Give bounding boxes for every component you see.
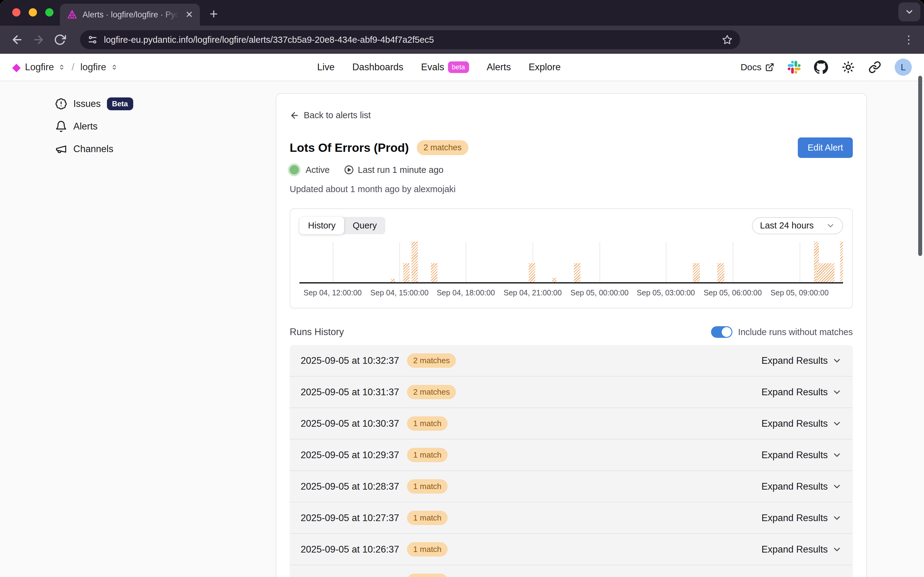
run-matches-badge: 2 matches bbox=[407, 385, 456, 399]
chevron-down-icon bbox=[832, 513, 842, 523]
docs-link[interactable]: Docs bbox=[741, 62, 774, 73]
close-window-button[interactable] bbox=[12, 8, 21, 16]
nav-item-explore[interactable]: Explore bbox=[529, 62, 561, 73]
sidebar-item-channels[interactable]: Channels bbox=[55, 142, 133, 156]
expand-results-button[interactable]: Expand Results bbox=[761, 418, 842, 429]
tab-favicon-logfire-icon bbox=[67, 9, 77, 20]
page-content: IssuesBeta Alerts Channels Back to alert… bbox=[0, 81, 924, 577]
chevron-down-icon bbox=[905, 7, 914, 17]
external-link-icon bbox=[765, 63, 774, 72]
edit-alert-button[interactable]: Edit Alert bbox=[798, 137, 853, 158]
browser-menu-icon[interactable]: ⋮ bbox=[903, 33, 916, 46]
chart-gridline bbox=[333, 242, 333, 282]
history-query-tabs: HistoryQuery bbox=[300, 217, 385, 234]
expand-results-button[interactable]: Expand Results bbox=[761, 575, 842, 577]
play-circle-icon bbox=[344, 164, 354, 175]
github-icon[interactable] bbox=[814, 60, 828, 74]
alert-title: Lots Of Errors (Prod) bbox=[290, 141, 409, 155]
minimize-window-button[interactable] bbox=[29, 8, 37, 16]
sidebar-item-issues[interactable]: IssuesBeta bbox=[55, 97, 133, 111]
beta-badge: beta bbox=[448, 61, 469, 73]
include-runs-label: Include runs without matches bbox=[738, 327, 853, 337]
back-to-alerts-link[interactable]: Back to alerts list bbox=[290, 110, 853, 120]
toggle-knob bbox=[722, 327, 732, 337]
nav-item-live[interactable]: Live bbox=[317, 62, 335, 73]
chart-bar bbox=[693, 263, 700, 282]
chevron-down-icon bbox=[832, 576, 842, 577]
sidebar-item-alerts[interactable]: Alerts bbox=[55, 119, 133, 134]
expand-results-button[interactable]: Expand Results bbox=[761, 481, 842, 492]
expand-results-button[interactable]: Expand Results bbox=[761, 355, 842, 366]
expand-results-button[interactable]: Expand Results bbox=[761, 450, 842, 461]
chevron-down-icon bbox=[832, 450, 842, 460]
chevron-down-icon bbox=[832, 356, 842, 366]
browser-window: Alerts · logfire/logfire · Pydant ✕ + lo… bbox=[0, 0, 924, 577]
run-timestamp: 2025-09-05 at 10:27:37 bbox=[301, 513, 399, 524]
chart-bar bbox=[840, 242, 843, 282]
runs-list: 2025-09-05 at 10:32:37 2 matches Expand … bbox=[290, 345, 853, 577]
expand-results-button[interactable]: Expand Results bbox=[761, 513, 842, 524]
chart-gridline bbox=[600, 242, 600, 282]
new-tab-button[interactable]: + bbox=[210, 5, 218, 22]
address-bar[interactable]: logfire-eu.pydantic.info/logfire/logfire… bbox=[80, 30, 740, 49]
user-avatar[interactable]: L bbox=[895, 59, 912, 76]
chart-bar bbox=[403, 263, 410, 282]
time-range-select[interactable]: Last 24 hours bbox=[752, 217, 843, 234]
bookmark-star-icon[interactable] bbox=[722, 34, 733, 45]
chevrons-up-down-icon[interactable] bbox=[58, 63, 65, 71]
run-matches-badge: 1 match bbox=[407, 542, 448, 556]
back-button[interactable] bbox=[8, 31, 26, 49]
browser-tab[interactable]: Alerts · logfire/logfire · Pydant ✕ bbox=[60, 4, 200, 26]
chevrons-up-down-icon[interactable] bbox=[111, 63, 118, 71]
chart-bar bbox=[411, 242, 418, 282]
run-timestamp: 2025-09-05 at 10:28:37 bbox=[301, 481, 399, 492]
chevron-down-icon bbox=[832, 419, 842, 429]
url-text[interactable]: logfire-eu.pydantic.info/logfire/logfire… bbox=[104, 35, 716, 45]
x-tick-label: Sep 04, 21:00:00 bbox=[503, 288, 561, 297]
chart-bar bbox=[717, 263, 724, 282]
tab-close-icon[interactable]: ✕ bbox=[185, 10, 193, 19]
status-label: Active bbox=[306, 165, 330, 175]
zoom-window-button[interactable] bbox=[45, 8, 53, 16]
back-link-label: Back to alerts list bbox=[304, 110, 371, 120]
expand-results-button[interactable]: Expand Results bbox=[761, 544, 842, 555]
nav-item-evals[interactable]: Evalsbeta bbox=[421, 61, 469, 73]
nav-item-dashboards[interactable]: Dashboards bbox=[352, 62, 403, 73]
expand-results-button[interactable]: Expand Results bbox=[761, 387, 842, 398]
run-row: 2025-09-05 at 10:25:37 1 match Expand Re… bbox=[290, 566, 853, 577]
alert-matches-badge: 2 matches bbox=[417, 140, 468, 155]
run-timestamp: 2025-09-05 at 10:26:37 bbox=[301, 544, 399, 555]
tab-history[interactable]: History bbox=[300, 217, 344, 234]
chevron-down-icon bbox=[832, 482, 842, 492]
project-selector[interactable]: logfire bbox=[81, 62, 106, 73]
reload-button[interactable] bbox=[51, 31, 69, 49]
site-info-icon[interactable] bbox=[87, 34, 98, 45]
slack-icon[interactable] bbox=[788, 61, 801, 74]
chart-x-axis: Sep 04, 12:00:00Sep 04, 15:00:00Sep 04, … bbox=[300, 288, 843, 301]
run-timestamp: 2025-09-05 at 10:29:37 bbox=[301, 450, 399, 461]
forward-button[interactable] bbox=[29, 31, 48, 49]
chart-bar bbox=[817, 263, 834, 282]
arrow-left-icon bbox=[290, 111, 300, 120]
org-selector[interactable]: Logfire bbox=[25, 62, 54, 73]
include-runs-toggle[interactable] bbox=[711, 326, 732, 338]
nav-item-alerts[interactable]: Alerts bbox=[487, 62, 511, 73]
scrollbar-thumb[interactable] bbox=[918, 76, 922, 256]
run-matches-badge: 2 matches bbox=[407, 353, 456, 368]
last-run-label: Last run 1 minute ago bbox=[358, 165, 443, 175]
alert-badge-icon bbox=[55, 98, 67, 110]
run-timestamp: 2025-09-05 at 10:30:37 bbox=[301, 418, 399, 429]
chart-gridline bbox=[399, 242, 400, 282]
chart-bar bbox=[552, 278, 556, 282]
active-status-dot bbox=[290, 165, 299, 174]
theme-sun-icon[interactable] bbox=[842, 60, 855, 74]
run-row: 2025-09-05 at 10:28:37 1 match Expand Re… bbox=[290, 471, 853, 503]
runs-history-title: Runs History bbox=[290, 327, 344, 337]
megaphone-icon bbox=[55, 143, 67, 155]
run-timestamp: 2025-09-05 at 10:31:37 bbox=[301, 387, 399, 398]
tab-query[interactable]: Query bbox=[344, 217, 385, 234]
sidebar: IssuesBeta Alerts Channels bbox=[55, 97, 133, 156]
tab-search-button[interactable] bbox=[898, 2, 920, 21]
time-range-value: Last 24 hours bbox=[760, 221, 814, 230]
share-link-icon[interactable] bbox=[868, 61, 881, 74]
